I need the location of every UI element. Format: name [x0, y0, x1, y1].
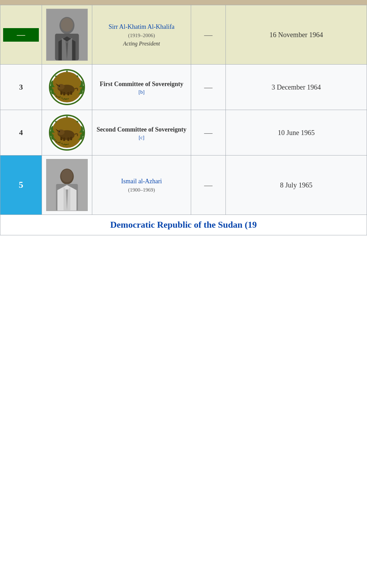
svg-point-13: [58, 84, 65, 90]
end-date-cell: 8 July 1965: [226, 156, 367, 215]
start-date-cell: —: [191, 65, 226, 110]
row-number: 3: [19, 83, 23, 91]
portrait-image: [46, 159, 88, 211]
top-strip: [0, 0, 367, 5]
number-cell: 4: [0, 110, 42, 156]
svg-point-27: [58, 129, 65, 135]
section-header: Democratic Republic of the Sudan (19: [0, 215, 367, 235]
birth-death-years: (1900–1969): [95, 187, 188, 193]
portrait-cell: [42, 156, 92, 215]
emblem-image: ✦ ✦ ✦ جمهورية السودان: [48, 68, 86, 106]
svg-point-37: [61, 169, 72, 182]
row-number: 4: [19, 128, 23, 137]
svg-point-14: [59, 85, 60, 87]
number-cell: 3: [0, 65, 42, 110]
portrait-image: [46, 9, 88, 61]
name-cell: Sirr Al-Khatim Al-Khalifa (1919–2006) Ac…: [92, 5, 191, 65]
number-cell: 5: [0, 156, 42, 215]
person-name-link[interactable]: Ismail al-Azhari: [121, 178, 162, 185]
row-number: 5: [19, 180, 23, 190]
svg-text:✦: ✦: [76, 74, 79, 79]
start-date-cell: —: [191, 5, 226, 65]
svg-point-4: [61, 18, 73, 32]
birth-death-years: (1919–2006): [95, 33, 188, 39]
emblem-image: ✦ ✦ ✦ جمهورية السودان: [48, 114, 86, 152]
section-header-text: Democratic Republic of the Sudan (19: [110, 220, 257, 230]
portrait-cell: [42, 5, 92, 65]
table-row: 4: [0, 110, 367, 156]
svg-text:✦: ✦: [65, 115, 69, 119]
role-label: Acting President: [95, 41, 188, 47]
row-number: —: [3, 28, 39, 42]
end-date-cell: 10 June 1965: [226, 110, 367, 156]
emblem-cell: ✦ ✦ ✦ جمهورية السودان: [42, 110, 92, 156]
svg-text:✦: ✦: [54, 74, 58, 79]
footnote-link[interactable]: [b]: [138, 89, 145, 95]
svg-rect-24: [63, 137, 65, 141]
svg-text:✦: ✦: [65, 69, 69, 74]
svg-rect-10: [63, 92, 65, 95]
name-cell: Second Committee of Sovereignty [c]: [92, 110, 191, 156]
svg-rect-12: [70, 91, 72, 95]
presidents-table: —: [0, 0, 367, 235]
table-row: —: [0, 5, 367, 65]
name-cell: First Committee of Sovereignty [b]: [92, 65, 191, 110]
svg-rect-11: [67, 92, 69, 95]
svg-rect-23: [60, 137, 62, 140]
svg-point-28: [59, 131, 60, 132]
svg-rect-25: [67, 137, 69, 141]
svg-text:✦: ✦: [76, 119, 79, 124]
person-name-link[interactable]: Sirr Al-Khatim Al-Khalifa: [109, 23, 174, 30]
start-date-cell: —: [191, 156, 226, 215]
footnote-link[interactable]: [c]: [139, 135, 145, 140]
svg-rect-9: [60, 91, 62, 95]
table-row: 5: [0, 156, 367, 215]
end-date-cell: 3 December 1964: [226, 65, 367, 110]
start-date-cell: —: [191, 110, 226, 156]
name-cell: Ismail al-Azhari (1900–1969): [92, 156, 191, 215]
svg-rect-26: [70, 137, 72, 140]
committee-name: First Committee of Sovereignty: [100, 81, 183, 87]
svg-text:✦: ✦: [54, 119, 58, 124]
table-row: 3: [0, 65, 367, 110]
emblem-cell: ✦ ✦ ✦ جمهورية السودان: [42, 65, 92, 110]
end-date-cell: 16 November 1964: [226, 5, 367, 65]
committee-name: Second Committee of Sovereignty: [96, 126, 186, 133]
number-cell: —: [0, 5, 42, 65]
